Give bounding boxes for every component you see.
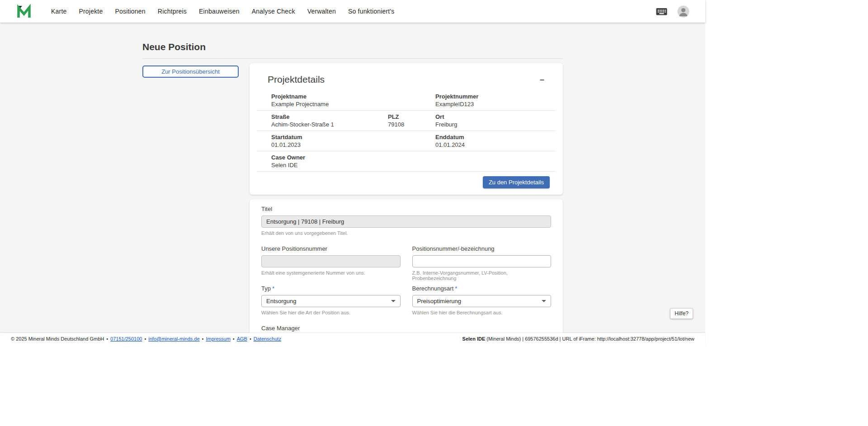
nav-item-positionen[interactable]: Positionen bbox=[115, 8, 145, 15]
separator: • bbox=[250, 336, 251, 342]
copyright-text: © 2025 Mineral Minds Deutschland GmbH bbox=[11, 336, 104, 342]
nav-item-einbauweisen[interactable]: Einbauweisen bbox=[199, 8, 240, 15]
field-projektname: Projektname Example Projectname bbox=[271, 93, 435, 108]
content-container: Neue Position Zur Positionsübersicht Pro… bbox=[142, 23, 563, 333]
app-iframe: Karte Projekte Positionen Richtpreis Ein… bbox=[0, 0, 705, 345]
separator: • bbox=[106, 336, 108, 342]
typ-group: Typ* Entsorgung Wählen Sie hier die Art … bbox=[261, 285, 401, 315]
titel-group: Titel Erhält den von uns vorgegebenen Ti… bbox=[261, 206, 551, 236]
logo-icon bbox=[16, 4, 32, 19]
berechnungsart-group: Berechnungsart* Preisoptimierung Wählen … bbox=[412, 285, 552, 325]
nav-item-verwalten[interactable]: Verwalten bbox=[307, 8, 336, 15]
navbar-actions bbox=[656, 5, 689, 18]
unsere-positionsnummer-helper: Erhält eine systemgenerierte Nummer von … bbox=[261, 270, 401, 276]
nav-item-projekte[interactable]: Projekte bbox=[79, 8, 103, 15]
field-enddatum: Enddatum 01.01.2024 bbox=[435, 134, 541, 148]
typ-label: Typ* bbox=[261, 285, 401, 292]
project-card-header: Projektdetails – bbox=[268, 74, 546, 85]
table-row: Case Owner Selen IDE bbox=[257, 151, 556, 172]
field-plz: PLZ 79108 bbox=[388, 113, 435, 128]
footer-left: © 2025 Mineral Minds Deutschland GmbH • … bbox=[11, 336, 281, 342]
page-title: Neue Position bbox=[142, 42, 563, 52]
project-card-title: Projektdetails bbox=[268, 74, 325, 85]
field-ort: Ort Freiburg bbox=[435, 113, 541, 128]
table-row: Straße Achim-Stocker-Straße 1 PLZ 79108 … bbox=[257, 111, 556, 131]
positionsnummer-helper: Z.B. Interne-Vorgangsnummer, LV-Position… bbox=[412, 270, 552, 281]
separator: • bbox=[233, 336, 235, 342]
case-manager-row: Case Manager bbox=[261, 325, 551, 333]
project-details-button[interactable]: Zu den Projektdetails bbox=[483, 176, 550, 188]
unsere-positionsnummer-group: Unsere Positionsnummer Erhält eine syste… bbox=[261, 245, 401, 276]
typ-select[interactable]: Entsorgung bbox=[261, 295, 401, 307]
content-columns: Zur Positionsübersicht Projektdetails – bbox=[142, 63, 563, 333]
table-row: Projektname Example Projectname Projektn… bbox=[257, 90, 556, 111]
separator: • bbox=[202, 336, 204, 342]
required-marker: * bbox=[272, 285, 274, 292]
main-content: Neue Position Zur Positionsübersicht Pro… bbox=[0, 23, 705, 333]
nav-item-karte[interactable]: Karte bbox=[51, 8, 66, 15]
position-form-card: Titel Erhält den von uns vorgegebenen Ti… bbox=[250, 199, 563, 333]
project-detail-rows: Projektname Example Projectname Projektn… bbox=[257, 90, 556, 172]
footer-link-datenschutz[interactable]: Datenschutz bbox=[254, 336, 281, 342]
footer-session-info: Selen IDE (Mineral Minds) | 69576255536d… bbox=[462, 336, 694, 342]
project-details-card: Projektdetails – Projektname Example Pro… bbox=[250, 63, 563, 195]
back-to-positions-button[interactable]: Zur Positionsübersicht bbox=[142, 66, 239, 78]
typ-helper: Wählen Sie hier die Art der Position aus… bbox=[261, 310, 401, 315]
main-navigation: Karte Projekte Positionen Richtpreis Ein… bbox=[51, 8, 395, 15]
left-column: Zur Positionsübersicht bbox=[142, 63, 239, 78]
field-strasse: Straße Achim-Stocker-Straße 1 bbox=[271, 113, 388, 128]
berechnungsart-label: Berechnungsart* bbox=[412, 285, 552, 292]
chevron-down-icon bbox=[391, 300, 396, 302]
collapse-icon[interactable]: – bbox=[538, 75, 546, 84]
position-number-row: Unsere Positionsnummer Erhält eine syste… bbox=[261, 245, 551, 285]
berechnungsart-select-value: Preisoptimierung bbox=[417, 298, 462, 304]
table-row: Startdatum 01.01.2023 Enddatum 01.01.202… bbox=[257, 131, 556, 151]
positionsnummer-input[interactable] bbox=[412, 255, 552, 267]
footer: © 2025 Mineral Minds Deutschland GmbH • … bbox=[0, 333, 705, 345]
footer-link-agb[interactable]: AGB bbox=[237, 336, 247, 342]
title-divider bbox=[142, 58, 563, 59]
positionsnummer-label: Positionsnummer/-bezeichnung bbox=[412, 245, 552, 252]
session-user: Selen IDE bbox=[462, 336, 486, 342]
berechnungsart-helper: Wählen Sie hier die Berechnungsart aus. bbox=[412, 310, 552, 315]
typ-select-value: Entsorgung bbox=[266, 298, 297, 304]
titel-label: Titel bbox=[261, 206, 551, 212]
session-details: (Mineral Minds) | 69576255536d | URL of … bbox=[485, 336, 694, 342]
field-case-owner: Case Owner Selen IDE bbox=[271, 154, 435, 169]
mineral-minds-logo[interactable] bbox=[16, 4, 32, 19]
titel-helper: Erhält den von uns vorgegebenen Titel. bbox=[261, 230, 551, 236]
footer-link-phone[interactable]: 07151/250100 bbox=[110, 336, 142, 342]
browser-viewport: Karte Projekte Positionen Richtpreis Ein… bbox=[0, 0, 868, 426]
nav-item-richtpreis[interactable]: Richtpreis bbox=[158, 8, 187, 15]
footer-link-impressum[interactable]: Impressum bbox=[206, 336, 230, 342]
navbar: Karte Projekte Positionen Richtpreis Ein… bbox=[0, 0, 705, 23]
nav-item-analyse-check[interactable]: Analyse Check bbox=[252, 8, 295, 15]
type-row: Typ* Entsorgung Wählen Sie hier die Art … bbox=[261, 285, 551, 325]
required-marker: * bbox=[455, 285, 457, 292]
case-manager-group: Case Manager bbox=[261, 325, 401, 333]
unsere-positionsnummer-input bbox=[261, 255, 401, 267]
user-avatar[interactable] bbox=[677, 5, 689, 18]
titel-input bbox=[261, 215, 551, 228]
chevron-down-icon bbox=[542, 300, 546, 302]
right-column: Projektdetails – Projektname Example Pro… bbox=[250, 63, 563, 333]
positionsnummer-group: Positionsnummer/-bezeichnung Z.B. Intern… bbox=[412, 245, 552, 285]
help-button[interactable]: Hilfe? bbox=[670, 308, 693, 319]
field-startdatum: Startdatum 01.01.2023 bbox=[271, 134, 435, 148]
project-card-actions: Zu den Projektdetails bbox=[257, 176, 556, 188]
unsere-positionsnummer-label: Unsere Positionsnummer bbox=[261, 245, 401, 252]
separator: • bbox=[144, 336, 146, 342]
case-manager-label: Case Manager bbox=[261, 325, 401, 332]
field-projektnummer: Projektnummer ExampleID123 bbox=[435, 93, 541, 108]
footer-link-email[interactable]: info@mineral-minds.de bbox=[148, 336, 199, 342]
nav-item-so-funktionierts[interactable]: So funktioniert's bbox=[348, 8, 395, 15]
keyboard-icon[interactable] bbox=[656, 5, 668, 18]
berechnungsart-select[interactable]: Preisoptimierung bbox=[412, 295, 552, 307]
avatar-icon bbox=[677, 5, 689, 18]
